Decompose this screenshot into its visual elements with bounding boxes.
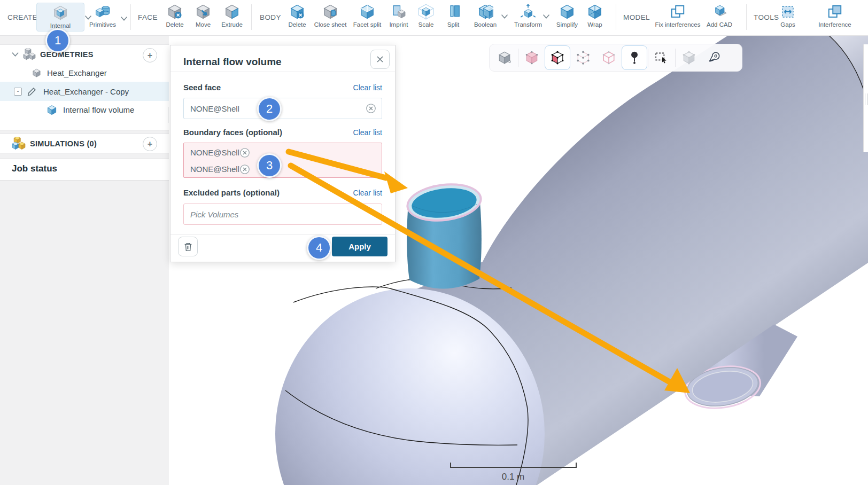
close-icon bbox=[376, 56, 384, 63]
ribbon-toolbar: CREATE Internal Primitives FACE Delete M… bbox=[0, 0, 868, 36]
geometries-panel: GEOMETRIES + Heat_Exchanger - Heat_Excha… bbox=[0, 44, 169, 130]
internal-flow-volume-dialog: Internal flow volume Seed face Clear lis… bbox=[170, 45, 396, 262]
select-assembly-button[interactable] bbox=[676, 45, 702, 70]
simplify-icon bbox=[559, 3, 575, 20]
facet-split-icon bbox=[359, 3, 375, 20]
remove-item-icon[interactable] bbox=[239, 164, 250, 175]
close-sheet-icon bbox=[322, 3, 338, 20]
excluded-parts-input[interactable]: Pick Volumes bbox=[183, 204, 382, 225]
boundary-faces-clear-link[interactable]: Clear list bbox=[353, 128, 382, 137]
transform-button[interactable]: Transform bbox=[511, 3, 545, 28]
section-model: MODEL bbox=[623, 13, 650, 21]
split-button[interactable]: Split bbox=[441, 3, 465, 28]
close-button[interactable] bbox=[370, 50, 390, 69]
flow-volume-icon bbox=[46, 104, 58, 116]
section-body: BODY bbox=[260, 13, 281, 21]
seed-face-input[interactable]: NONE@Shell bbox=[183, 98, 382, 119]
right-panel-edge[interactable] bbox=[863, 44, 868, 152]
face-extrude-icon bbox=[224, 3, 240, 20]
fix-interferences-button[interactable]: Fix interferences bbox=[653, 3, 702, 28]
measure-tape-button[interactable] bbox=[702, 45, 727, 70]
select-vertex-button[interactable] bbox=[570, 45, 596, 70]
face-delete-icon bbox=[167, 3, 183, 20]
remove-item-icon[interactable] bbox=[366, 103, 376, 114]
gaps-button[interactable]: Gaps bbox=[776, 3, 800, 28]
interference-button[interactable]: Interference bbox=[813, 3, 856, 28]
simulations-label: SIMULATIONS (0) bbox=[30, 139, 97, 148]
select-body-button[interactable] bbox=[492, 45, 517, 70]
wrap-icon bbox=[587, 3, 603, 20]
job-status-panel[interactable]: Job status bbox=[0, 158, 169, 181]
face-move-button[interactable]: Move bbox=[190, 3, 216, 28]
step-badge-2: 2 bbox=[257, 97, 282, 121]
select-assembly-icon bbox=[682, 51, 696, 65]
add-geometry-button[interactable]: + bbox=[143, 48, 157, 62]
primitives-button[interactable]: Primitives bbox=[87, 3, 119, 28]
select-volume-button[interactable] bbox=[519, 45, 545, 70]
divider bbox=[170, 72, 395, 72]
select-edge-button[interactable] bbox=[596, 45, 622, 70]
boundary-face-row[interactable]: NONE@Shell bbox=[184, 144, 382, 161]
measure-tape-icon bbox=[708, 51, 722, 65]
probe-pin-button[interactable] bbox=[622, 45, 647, 70]
tree-item-internal-flow-volume[interactable]: Internal flow volume bbox=[0, 101, 169, 119]
boundary-face-row[interactable]: NONE@Shell bbox=[184, 161, 382, 177]
boolean-icon bbox=[477, 3, 493, 20]
step-badge-4: 4 bbox=[307, 236, 331, 260]
imprint-icon bbox=[391, 3, 407, 20]
chevron-down-icon[interactable] bbox=[501, 14, 508, 19]
geometries-header[interactable]: GEOMETRIES + bbox=[0, 45, 169, 64]
simulations-panel[interactable]: SIMULATIONS (0) + bbox=[0, 134, 169, 153]
select-edge-icon bbox=[602, 51, 616, 65]
primitives-icon bbox=[94, 3, 111, 20]
face-extrude-button[interactable]: Extrude bbox=[217, 3, 247, 28]
face-delete-button[interactable]: Delete bbox=[160, 3, 189, 28]
excluded-parts-clear-link[interactable]: Clear list bbox=[353, 189, 382, 197]
boundary-faces-list[interactable]: NONE@Shell NONE@Shell bbox=[183, 143, 382, 178]
job-status-label: Job status bbox=[0, 159, 169, 174]
close-sheet-button[interactable]: Close sheet bbox=[312, 3, 348, 28]
toolbar-separator bbox=[518, 49, 518, 67]
dialog-title: Internal flow volume bbox=[183, 56, 282, 68]
tree-item-heat-exchanger-copy[interactable]: - Heat_Exchanger - Copy bbox=[0, 82, 169, 101]
chevron-down-icon[interactable] bbox=[543, 14, 549, 19]
scale-button[interactable]: Scale bbox=[414, 3, 438, 28]
divider bbox=[170, 234, 395, 234]
section-tools: TOOLS bbox=[754, 13, 779, 21]
scale-label: 0.1 m bbox=[502, 472, 525, 482]
chevron-down-icon[interactable] bbox=[12, 52, 19, 57]
facet-split-button[interactable]: Facet split bbox=[351, 3, 384, 28]
seed-face-clear-link[interactable]: Clear list bbox=[353, 83, 382, 92]
add-cad-button[interactable]: Add CAD bbox=[704, 3, 734, 28]
trash-icon bbox=[182, 241, 194, 253]
body-delete-button[interactable]: Delete bbox=[283, 3, 311, 28]
internal-volume-icon bbox=[52, 4, 68, 21]
internal-volume-button[interactable]: Internal bbox=[36, 3, 84, 32]
simplify-button[interactable]: Simplify bbox=[553, 3, 582, 28]
remove-item-icon[interactable] bbox=[239, 147, 250, 158]
excluded-parts-label: Excluded parts (optional) bbox=[183, 188, 280, 197]
section-create: CREATE bbox=[7, 13, 37, 21]
boolean-button[interactable]: Boolean bbox=[470, 3, 500, 28]
geometries-icon bbox=[23, 48, 36, 61]
delete-operation-button[interactable] bbox=[178, 237, 198, 256]
chevron-down-icon[interactable] bbox=[121, 16, 127, 21]
seed-face-label: Seed face bbox=[183, 83, 221, 92]
toolbar-separator bbox=[130, 4, 131, 30]
select-face-button[interactable] bbox=[545, 45, 570, 70]
add-simulation-button[interactable]: + bbox=[143, 137, 157, 151]
select-body-icon bbox=[498, 51, 511, 65]
apply-button[interactable]: Apply bbox=[332, 237, 387, 256]
collapse-toggle[interactable]: - bbox=[14, 88, 22, 96]
step-badge-1: 1 bbox=[45, 28, 70, 53]
toolbar-separator bbox=[746, 4, 747, 30]
inlet-nozzle-selected[interactable] bbox=[404, 179, 484, 289]
wrap-button[interactable]: Wrap bbox=[584, 3, 606, 28]
tree-item-heat-exchanger[interactable]: Heat_Exchanger bbox=[0, 64, 169, 82]
imprint-button[interactable]: Imprint bbox=[386, 3, 412, 28]
face-move-icon bbox=[195, 3, 211, 20]
panel-drag-handle[interactable] bbox=[865, 93, 867, 105]
probe-pin-icon bbox=[627, 51, 641, 65]
box-select-button[interactable] bbox=[649, 45, 675, 70]
gaps-icon bbox=[780, 3, 796, 20]
